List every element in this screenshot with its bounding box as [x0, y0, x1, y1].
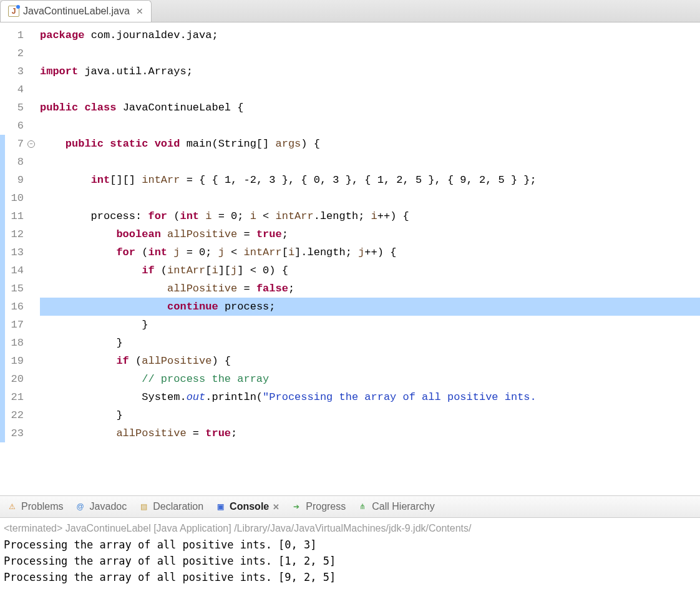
line-number: 1: [0, 26, 27, 44]
code-line[interactable]: public class JavaContinueLabel {: [40, 99, 700, 117]
line-number: 4: [0, 80, 27, 99]
line-number: 8: [0, 153, 27, 171]
line-number: 17: [0, 316, 27, 334]
code-line[interactable]: [40, 80, 700, 99]
console-panel: <terminated> JavaContinueLabel [Java App…: [0, 518, 700, 594]
code-line[interactable]: [40, 153, 700, 171]
code-line[interactable]: package com.journaldev.java;: [40, 26, 700, 44]
line-number: 15: [0, 280, 27, 298]
view-tab-console[interactable]: ▣Console ✕: [215, 501, 280, 512]
editor-tab[interactable]: J JavaContinueLabel.java ✕: [0, 0, 152, 22]
console-icon: ▣: [215, 501, 226, 512]
view-tab-declaration[interactable]: ▤Declaration: [138, 501, 203, 512]
javadoc-icon: @: [75, 501, 86, 512]
declaration-icon: ▤: [138, 501, 149, 512]
line-number: 16: [0, 298, 27, 316]
editor-tab-filename: JavaContinueLabel.java: [23, 6, 130, 17]
view-tab-label: Progress: [306, 501, 346, 512]
view-tab-label: Console: [230, 501, 269, 512]
java-file-icon: J: [8, 6, 19, 17]
line-number: 19: [0, 352, 27, 370]
code-line[interactable]: allPositive = false;: [40, 280, 700, 298]
code-line[interactable]: System.out.println("Processing the array…: [40, 388, 700, 406]
line-number: 10: [0, 189, 27, 207]
code-line[interactable]: [40, 117, 700, 135]
console-output: Processing the array of all positive int…: [4, 537, 696, 585]
view-tab-javadoc[interactable]: @Javadoc: [75, 501, 127, 512]
code-line[interactable]: for (int j = 0; j < intArr[i].length; j+…: [40, 243, 700, 261]
view-tab-label: Call Hierarchy: [372, 501, 434, 512]
console-status: <terminated> JavaContinueLabel [Java App…: [4, 523, 696, 534]
view-tab-label: Problems: [21, 501, 64, 512]
call-hierarchy-icon: ⋔: [357, 501, 368, 512]
view-tab-label: Declaration: [153, 501, 203, 512]
code-line[interactable]: allPositive = true;: [40, 424, 700, 437]
code-line[interactable]: // process the array: [40, 370, 700, 388]
code-line[interactable]: }: [40, 334, 700, 352]
code-line[interactable]: int[][] intArr = { { 1, -2, 3 }, { 0, 3 …: [40, 171, 700, 189]
code-line[interactable]: continue process;: [40, 298, 700, 316]
code-editor[interactable]: 1234567−891011121314151617181920212223 p…: [0, 22, 700, 495]
problems-icon: ⚠: [6, 501, 17, 512]
close-icon[interactable]: ✕: [273, 502, 280, 512]
line-number: 7−: [0, 135, 27, 153]
console-line: Processing the array of all positive int…: [4, 537, 696, 553]
code-line[interactable]: public static void main(String[] args) {: [40, 135, 700, 153]
line-number-gutter: 1234567−891011121314151617181920212223: [0, 22, 27, 495]
line-number: 12: [0, 225, 27, 243]
line-number: 11: [0, 207, 27, 225]
views-tab-bar: ⚠Problems@Javadoc▤Declaration▣Console ✕➔…: [0, 495, 700, 518]
code-area[interactable]: package com.journaldev.java;import java.…: [27, 22, 700, 495]
line-number: 21: [0, 388, 27, 406]
line-number: 18: [0, 334, 27, 352]
code-line[interactable]: import java.util.Arrays;: [40, 62, 700, 80]
line-number: 2: [0, 44, 27, 62]
console-line: Processing the array of all positive int…: [4, 553, 696, 569]
fold-toggle-icon[interactable]: −: [27, 140, 35, 148]
code-line[interactable]: }: [40, 316, 700, 334]
line-number: 14: [0, 261, 27, 280]
code-line[interactable]: boolean allPositive = true;: [40, 225, 700, 243]
close-icon[interactable]: ✕: [134, 6, 143, 16]
progress-icon: ➔: [291, 501, 302, 512]
line-number: 6: [0, 117, 27, 135]
view-tab-problems[interactable]: ⚠Problems: [6, 501, 64, 512]
line-number: 9: [0, 171, 27, 189]
code-line[interactable]: [40, 44, 700, 62]
view-tab-progress[interactable]: ➔Progress: [291, 501, 346, 512]
line-number: 3: [0, 62, 27, 80]
view-tab-call-hierarchy[interactable]: ⋔Call Hierarchy: [357, 501, 434, 512]
code-line[interactable]: }: [40, 406, 700, 424]
code-line[interactable]: if (intArr[i][j] < 0) {: [40, 261, 700, 280]
line-number: 23: [0, 424, 27, 437]
view-tab-label: Javadoc: [90, 501, 127, 512]
editor-tab-bar: J JavaContinueLabel.java ✕: [0, 0, 700, 22]
code-line[interactable]: [40, 189, 700, 207]
line-number: 22: [0, 406, 27, 424]
code-line[interactable]: process: for (int i = 0; i < intArr.leng…: [40, 207, 700, 225]
console-line: Processing the array of all positive int…: [4, 569, 696, 585]
code-line[interactable]: if (allPositive) {: [40, 352, 700, 370]
line-number: 20: [0, 370, 27, 388]
line-number: 5: [0, 99, 27, 117]
line-number: 13: [0, 243, 27, 261]
